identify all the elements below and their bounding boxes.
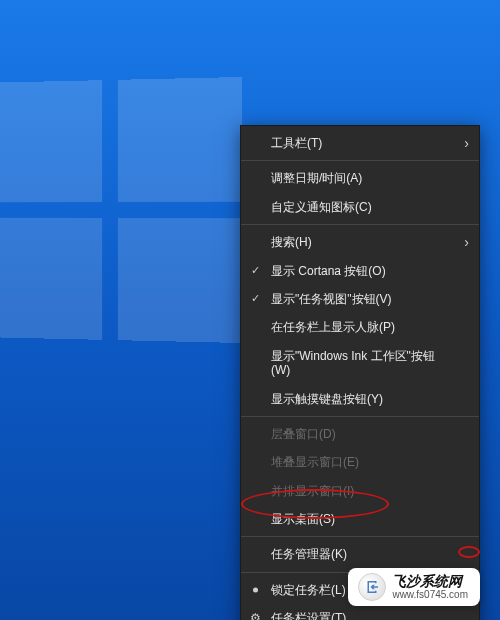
menu-separator: [241, 224, 479, 225]
attribution-url: www.fs0745.com: [392, 589, 468, 600]
attribution-text: 飞沙系统网 www.fs0745.com: [392, 574, 468, 599]
menu-item-taskbar-settings[interactable]: 任务栏设置(T): [241, 604, 479, 620]
menu-separator: [241, 160, 479, 161]
menu-item-show-cortana[interactable]: 显示 Cortana 按钮(O): [241, 257, 479, 285]
attribution-title: 飞沙系统网: [392, 574, 468, 589]
taskbar-context-menu: 工具栏(T) 调整日期/时间(A) 自定义通知图标(C) 搜索(H) 显示 Co…: [240, 125, 480, 620]
menu-item-toolbars[interactable]: 工具栏(T): [241, 129, 479, 157]
windows-logo: [0, 77, 242, 343]
attribution-badge: 飞沙系统网 www.fs0745.com: [348, 568, 480, 606]
attribution-logo-icon: [358, 573, 386, 601]
menu-item-cascade-windows: 层叠窗口(D): [241, 420, 479, 448]
menu-item-show-people[interactable]: 在任务栏上显示人脉(P): [241, 313, 479, 341]
menu-separator: [241, 416, 479, 417]
menu-item-customize-notification-icons[interactable]: 自定义通知图标(C): [241, 193, 479, 221]
menu-item-show-touch-keyboard[interactable]: 显示触摸键盘按钮(Y): [241, 385, 479, 413]
menu-item-side-by-side: 并排显示窗口(I): [241, 477, 479, 505]
menu-item-show-task-view[interactable]: 显示"任务视图"按钮(V): [241, 285, 479, 313]
menu-item-search[interactable]: 搜索(H): [241, 228, 479, 256]
menu-item-adjust-datetime[interactable]: 调整日期/时间(A): [241, 164, 479, 192]
menu-separator: [241, 536, 479, 537]
menu-item-show-desktop[interactable]: 显示桌面(S): [241, 505, 479, 533]
menu-item-show-windows-ink[interactable]: 显示"Windows Ink 工作区"按钮(W): [241, 342, 479, 385]
menu-item-stacked-windows: 堆叠显示窗口(E): [241, 448, 479, 476]
menu-item-task-manager[interactable]: 任务管理器(K): [241, 540, 479, 568]
